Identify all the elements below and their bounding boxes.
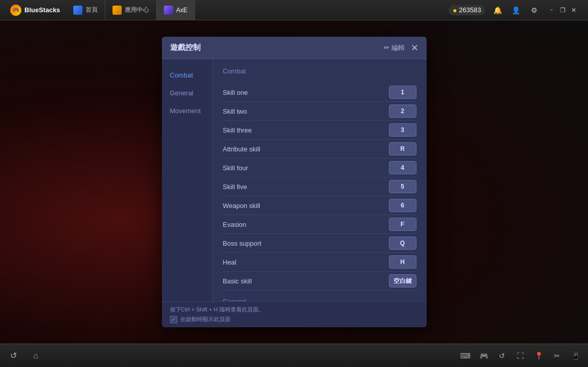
coin-count: 263583 (459, 6, 481, 14)
tab-apps[interactable]: 應用中心 (105, 0, 157, 20)
skill-row-skill-two: Skill two 2 (223, 102, 416, 121)
tab-axe-label: AxE (176, 7, 187, 14)
home-tab-icon (73, 6, 82, 15)
dialog-header-actions: ✏ 編輯 ✕ (384, 43, 418, 53)
skill-one-key[interactable]: 1 (389, 86, 416, 99)
sidebar-item-movement[interactable]: Movement (162, 103, 212, 119)
evasion-name: Evasion (223, 221, 246, 228)
game-control-dialog: 遊戲控制 ✏ 編輯 ✕ Combat General Movement (162, 37, 427, 327)
sidebar-movement-label: Movement (170, 107, 201, 115)
attribute-skill-key[interactable]: R (389, 142, 416, 155)
location-icon[interactable]: 📍 (532, 349, 545, 362)
boss-support-name: Boss support (223, 240, 262, 247)
skill-two-key[interactable]: 2 (389, 104, 416, 118)
startup-show-checkbox[interactable]: ✓ (170, 316, 177, 323)
weapon-skill-key[interactable]: 6 (389, 199, 416, 212)
sidebar: Combat General Movement (162, 59, 213, 301)
skill-four-name: Skill four (223, 164, 248, 172)
pencil-icon: ✏ (384, 44, 389, 51)
coin-icon: ● (453, 6, 457, 14)
dialog-body: Combat General Movement Combat Skill one… (162, 59, 427, 301)
settings-icon[interactable]: ⚙ (528, 4, 540, 16)
app-name-label: BlueStacks (24, 6, 60, 14)
home-bottom-icon[interactable]: ⌂ (29, 349, 43, 363)
profile-icon[interactable]: 👤 (510, 4, 522, 16)
fullscreen-icon[interactable]: ⛶ (514, 349, 527, 362)
skill-row-weapon: Weapon skill 6 (223, 196, 416, 215)
heal-name: Heal (223, 258, 237, 266)
checkbox-check-icon: ✓ (172, 317, 176, 322)
skill-five-name: Skill five (223, 183, 247, 191)
skill-row-evasion: Evasion F (223, 215, 416, 234)
skill-row-basic: Basic skill 空白鍵 (223, 272, 416, 291)
minimize-button[interactable]: － (546, 5, 556, 15)
skill-row-boss-support: Boss support Q (223, 234, 416, 253)
gamepad-icon[interactable]: 🎮 (477, 349, 490, 362)
dialog-close-button[interactable]: ✕ (411, 43, 418, 53)
dialog-footer: 按下Ctrl + Shift + H 隨時查看此頁面。 ✓ 在啟動時顯示此頁面 (162, 301, 427, 327)
evasion-key[interactable]: F (389, 218, 416, 231)
skill-row-heal: Heal H (223, 253, 416, 272)
combat-section-title: Combat (223, 67, 416, 77)
skill-five-key[interactable]: 5 (389, 180, 416, 193)
bottom-right-icons: ⌨ 🎮 ↺ ⛶ 📍 ✂ 📱 (459, 349, 582, 362)
keyboard-icon[interactable]: ⌨ (459, 349, 472, 362)
skill-three-name: Skill three (223, 126, 252, 134)
general-section-title: General (223, 298, 416, 301)
dialog-overlay: 遊戲控制 ✏ 編輯 ✕ Combat General Movement (0, 20, 588, 344)
close-window-button[interactable]: ✕ (569, 5, 579, 15)
coin-badge: ● 263583 (449, 5, 485, 15)
restore-button[interactable]: ❐ (557, 5, 568, 15)
skill-row-skill-four: Skill four 4 (223, 159, 416, 177)
axe-tab-icon (164, 6, 173, 15)
skill-three-key[interactable]: 3 (389, 123, 416, 137)
sidebar-general-label: General (170, 89, 193, 97)
top-taskbar: 🎮 BlueStacks 首頁 應用中心 AxE ● 263583 🔔 👤 ⚙ … (0, 0, 588, 20)
basic-skill-name: Basic skill (223, 277, 252, 285)
edit-label: 編輯 (391, 43, 405, 53)
screenshot-icon[interactable]: ✂ (550, 349, 564, 362)
skill-row-attribute: Attribute skill R (223, 140, 416, 159)
weapon-skill-name: Weapon skill (223, 202, 260, 209)
skill-row-skill-one: Skill one 1 (223, 83, 416, 102)
taskbar-right-section: ● 263583 🔔 👤 ⚙ － ❐ ✕ (449, 4, 584, 16)
notification-icon[interactable]: 🔔 (491, 4, 503, 16)
sidebar-item-combat[interactable]: Combat (162, 67, 212, 83)
dialog-header: 遊戲控制 ✏ 編輯 ✕ (162, 37, 427, 59)
skill-four-key[interactable]: 4 (389, 161, 416, 174)
bluestacks-icon: 🎮 (10, 5, 21, 16)
back-icon[interactable]: ↺ (6, 349, 20, 363)
tab-axe[interactable]: AxE (157, 0, 195, 20)
skill-row-skill-three: Skill three 3 (223, 121, 416, 140)
window-controls: － ❐ ✕ (546, 5, 579, 15)
bottom-left-icons: ↺ ⌂ (6, 349, 43, 363)
skill-two-name: Skill two (223, 108, 247, 115)
footer-hint: 按下Ctrl + Shift + H 隨時查看此頁面。 (170, 306, 418, 313)
bottom-taskbar: ↺ ⌂ ⌨ 🎮 ↺ ⛶ 📍 ✂ 📱 (0, 344, 588, 367)
tab-home[interactable]: 首頁 (66, 0, 105, 20)
basic-skill-key[interactable]: 空白鍵 (389, 274, 416, 287)
rotate-icon[interactable]: ↺ (495, 349, 509, 362)
dialog-title: 遊戲控制 (170, 43, 201, 53)
phone-icon[interactable]: 📱 (569, 349, 582, 362)
edit-button[interactable]: ✏ 編輯 (384, 43, 405, 53)
skill-row-skill-five: Skill five 5 (223, 177, 416, 196)
content-area: Combat Skill one 1 Skill two 2 Skill thr… (213, 59, 427, 301)
skill-one-name: Skill one (223, 89, 248, 96)
heal-key[interactable]: H (389, 255, 416, 269)
boss-support-key[interactable]: Q (389, 237, 416, 250)
sidebar-item-general[interactable]: General (162, 85, 212, 101)
sidebar-combat-label: Combat (170, 71, 193, 79)
footer-checkbox-row: ✓ 在啟動時顯示此頁面 (170, 316, 418, 323)
apps-tab-icon (113, 6, 122, 15)
tab-apps-label: 應用中心 (125, 6, 149, 14)
attribute-skill-name: Attribute skill (223, 145, 261, 153)
tab-home-label: 首頁 (86, 6, 98, 14)
bluestacks-logo: 🎮 BlueStacks (4, 5, 66, 16)
checkbox-label: 在啟動時顯示此頁面 (180, 316, 231, 323)
